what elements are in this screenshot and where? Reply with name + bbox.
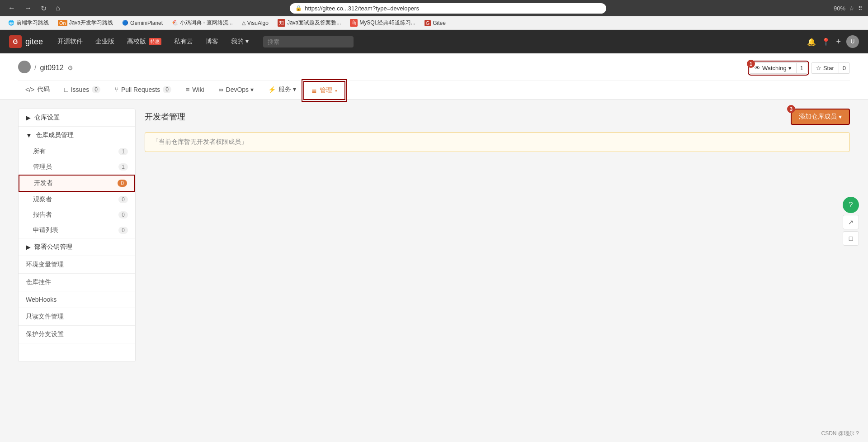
address-bar[interactable]: 🔒 https://gitee.co...312/team?type=devel…	[290, 3, 606, 14]
sidebar-observers[interactable]: 观察者 0	[19, 192, 135, 207]
sidebar-widgets[interactable]: 仓库挂件	[19, 274, 135, 291]
tab-code[interactable]: </> 代码	[18, 81, 57, 99]
eye-icon: 👁	[755, 65, 760, 71]
sidebar-all-members[interactable]: 所有 1	[19, 144, 135, 159]
header-search	[263, 36, 354, 48]
observers-count: 0	[118, 196, 128, 203]
repo-name: git0912	[40, 64, 64, 72]
watch-count: 1	[796, 63, 807, 73]
watch-label: Watching	[762, 65, 787, 71]
nav-blog[interactable]: 博客	[200, 35, 224, 48]
pr-count: 0	[163, 86, 171, 93]
gitee-logo[interactable]: G gitee	[9, 35, 43, 48]
repo-title: / git0912 ⚙	[18, 61, 73, 75]
nav-private[interactable]: 私有云	[169, 35, 198, 48]
sidebar-reporters[interactable]: 报告者 0	[19, 207, 135, 223]
bell-icon[interactable]: 🔔	[807, 38, 816, 46]
widgets-label: 仓库挂件	[26, 278, 51, 286]
share-button[interactable]: ↗	[843, 215, 859, 229]
bookmark-frontend[interactable]: 🌐 前端学习路线	[5, 18, 52, 28]
sidebar-admins[interactable]: 管理员 1	[19, 159, 135, 175]
plus-icon[interactable]: +	[836, 37, 841, 47]
repo-owner	[18, 61, 31, 75]
nav-opensource[interactable]: 开源软件	[52, 35, 88, 48]
content-title: 开发者管理	[145, 111, 185, 122]
env-vars-label: 环境变量管理	[26, 261, 64, 269]
developers-label: 开发者	[34, 179, 53, 187]
sidebar-deploy-keys[interactable]: ▶ 部署公钥管理	[19, 238, 135, 256]
star-button[interactable]: ☆ Star 0	[811, 62, 850, 74]
sidebar-apply-list[interactable]: 申请列表 0	[19, 223, 135, 238]
apply-list-label: 申请列表	[33, 226, 58, 234]
url-text: https://gitee.co...312/team?type=develop…	[305, 5, 419, 12]
members-arrow: ▼	[26, 132, 32, 139]
issues-count: 0	[92, 86, 100, 93]
annotation-3: 3	[787, 105, 795, 113]
manage-icon: ≣	[311, 87, 317, 94]
sidebar-section-readonly: 只读文件管理	[19, 308, 135, 326]
watch-button[interactable]: 👁 Watching ▾ 1	[750, 62, 807, 74]
devops-icon: ∞	[219, 86, 223, 93]
tab-issues[interactable]: □ Issues 0	[57, 81, 108, 99]
star-btn-main[interactable]: ☆ Star	[811, 63, 839, 73]
right-float-buttons: ? ↗ □	[843, 197, 859, 246]
pr-icon: ⑂	[115, 86, 118, 93]
tab-manage[interactable]: ≣ 管理 ●	[303, 81, 345, 100]
sidebar-section-repo-settings: ▶ 仓库设置	[19, 109, 135, 127]
bookmarks-bar: 🌐 前端学习路线 On Java开发学习路线 🔵 GeminiPlanet 🐔 …	[0, 16, 868, 30]
nav-mine[interactable]: 我的 ▾	[226, 35, 254, 48]
bookmark-star[interactable]: ☆	[849, 5, 854, 12]
star-count: 0	[839, 63, 849, 73]
repo-title-row: / git0912 ⚙ 1 👁 Watching ▾ 1	[18, 61, 850, 75]
watch-btn-main[interactable]: 👁 Watching ▾	[750, 63, 796, 73]
browser-chrome: ← → ↻ ⌂ 🔒 https://gitee.co...312/team?ty…	[0, 0, 868, 16]
tab-devops[interactable]: ∞ DevOps ▾	[212, 81, 261, 99]
sidebar-branch-protection[interactable]: 保护分支设置	[19, 326, 135, 343]
lock-icon: 🔒	[295, 5, 302, 11]
content-area: 开发者管理 3 添加仓库成员 ▾ 「当前仓库暂无开发者权限成员」	[145, 109, 850, 362]
bookmark-visualgo[interactable]: △ VisuAlgo	[238, 19, 272, 27]
bookmark-java-interview[interactable]: 知 Java面试题及答案整...	[274, 18, 344, 28]
avatar[interactable]: U	[846, 35, 859, 48]
bookmark-mysql[interactable]: 商 MySQL经典45道练习...	[346, 18, 419, 28]
comment-button[interactable]: □	[843, 231, 859, 246]
readonly-label: 只读文件管理	[26, 313, 64, 321]
nav-enterprise[interactable]: 企业版	[90, 35, 120, 48]
add-member-wrapper: 3 添加仓库成员 ▾	[791, 109, 850, 125]
repo-header: / git0912 ⚙ 1 👁 Watching ▾ 1	[0, 53, 868, 100]
sidebar-repo-settings[interactable]: ▶ 仓库设置	[19, 109, 135, 126]
repo-nav: </> 代码 □ Issues 0 ⑂ Pull Requests 0 ≡ Wi…	[18, 81, 850, 99]
home-button[interactable]: ⌂	[53, 3, 63, 13]
issues-icon: □	[64, 86, 68, 93]
add-member-button[interactable]: 添加仓库成员 ▾	[791, 109, 850, 125]
bookmark-gemini[interactable]: 🔵 GeminiPlanet	[118, 19, 166, 27]
sidebar-webhooks[interactable]: WebHooks	[19, 291, 135, 308]
watch-annotation: 1	[747, 60, 755, 68]
bookmark-java[interactable]: On Java开发学习路线	[54, 18, 117, 28]
bookmark-gitee[interactable]: G Gitee	[421, 19, 449, 27]
tab-pr[interactable]: ⑂ Pull Requests 0	[108, 81, 179, 99]
search-input[interactable]	[263, 36, 354, 48]
sidebar-members-header[interactable]: ▼ 仓库成员管理	[19, 127, 135, 144]
all-members-label: 所有	[33, 147, 46, 156]
sidebar-section-members: ▼ 仓库成员管理 所有 1 管理员 1 2 开发者 0 观察者	[19, 127, 135, 238]
sidebar-readonly[interactable]: 只读文件管理	[19, 308, 135, 325]
webhooks-label: WebHooks	[26, 296, 57, 303]
repo-settings-icon[interactable]: ⚙	[67, 64, 73, 71]
nav-university[interactable]: 高校版特惠	[122, 35, 167, 48]
sidebar-section-webhooks: WebHooks	[19, 291, 135, 308]
tab-wiki[interactable]: ≡ Wiki	[179, 81, 212, 99]
forward-button[interactable]: →	[22, 3, 34, 13]
help-button[interactable]: ?	[843, 197, 859, 213]
sidebar-env-vars[interactable]: 环境变量管理	[19, 256, 135, 273]
gitee-logo-icon: G	[9, 35, 22, 48]
sidebar-developers[interactable]: 2 开发者 0	[19, 175, 135, 192]
location-icon[interactable]: 📍	[821, 38, 830, 46]
observers-label: 观察者	[33, 195, 52, 204]
tab-services[interactable]: ⚡ 服务 ▾	[261, 81, 303, 99]
back-button[interactable]: ←	[5, 3, 18, 13]
all-members-count: 1	[118, 148, 128, 155]
bookmark-dict[interactable]: 🐔 小鸡词典 - 查网络流...	[168, 18, 236, 28]
repo-header-container: / git0912 ⚙ 1 👁 Watching ▾ 1	[0, 53, 868, 100]
refresh-button[interactable]: ↻	[38, 3, 49, 14]
